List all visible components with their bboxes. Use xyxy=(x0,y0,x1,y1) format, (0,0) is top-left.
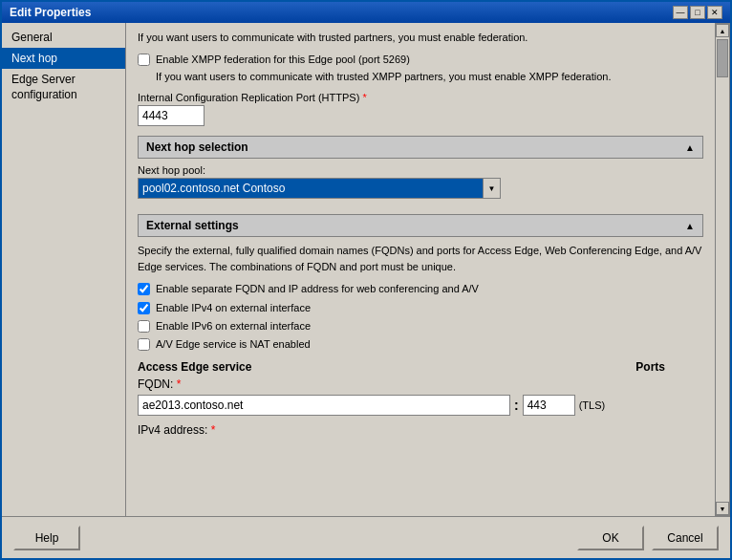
sidebar-item-next-hop[interactable]: Next hop xyxy=(2,48,125,69)
next-hop-pool-select[interactable]: pool02.contoso.net Contoso ▼ xyxy=(138,178,501,199)
ext-checkbox-label-1: Enable IPv4 on external interface xyxy=(156,301,311,315)
next-hop-pool-value: pool02.contoso.net Contoso xyxy=(139,179,483,198)
bottom-bar: Help OK Cancel xyxy=(2,516,730,558)
ipv4-required: * xyxy=(211,423,216,437)
close-button[interactable]: ✕ xyxy=(707,6,722,19)
ext-checkbox-row-1: Enable IPv4 on external interface xyxy=(138,301,703,315)
next-hop-pool-row: Next hop pool: pool02.contoso.net Contos… xyxy=(138,164,703,199)
window-title: Edit Properties xyxy=(10,6,91,19)
help-button[interactable]: Help xyxy=(13,526,80,550)
ext-checkbox-2[interactable] xyxy=(138,320,150,333)
scrollbar-down-button[interactable]: ▼ xyxy=(716,502,729,515)
ports-title: Ports xyxy=(635,360,665,374)
fqdn-label-row: FQDN: * xyxy=(138,377,703,391)
ext-checkbox-label-2: Enable IPv6 on external interface xyxy=(156,319,311,334)
top-note: If you want users to communicate with tr… xyxy=(138,31,703,45)
fqdn-input[interactable] xyxy=(138,395,510,416)
xmpp-checkbox[interactable] xyxy=(138,54,150,66)
next-hop-pool-dropdown-btn[interactable]: ▼ xyxy=(483,179,500,198)
ext-checkbox-label-3: A/V Edge service is NAT enabled xyxy=(156,337,311,352)
access-edge-header: Access Edge service Ports xyxy=(138,360,703,374)
xmpp-note: If you want users to communicate with tr… xyxy=(156,70,612,84)
next-hop-pool-label: Next hop pool: xyxy=(138,164,703,176)
minimize-button[interactable]: — xyxy=(673,6,688,19)
internal-port-label: Internal Configuration Replication Port … xyxy=(138,92,703,103)
ipv4-label-row: IPv4 address: * xyxy=(138,423,703,437)
access-edge-section: Access Edge service Ports FQDN: * : (TLS… xyxy=(138,360,703,416)
ext-checkbox-row-2: Enable IPv6 on external interface xyxy=(138,319,703,334)
external-arrow-icon: ▲ xyxy=(685,221,695,231)
port-input[interactable] xyxy=(523,395,575,416)
external-description: Specify the external, fully qualified do… xyxy=(138,243,703,274)
xmpp-label: Enable XMPP federation for this Edge poo… xyxy=(156,53,612,67)
internal-port-required: * xyxy=(362,92,366,103)
ok-button[interactable]: OK xyxy=(577,526,644,550)
xmpp-checkbox-row: Enable XMPP federation for this Edge poo… xyxy=(138,53,703,84)
fqdn-required: * xyxy=(177,377,182,391)
edit-properties-dialog: Edit Properties — □ ✕ General Next hop E… xyxy=(0,0,732,560)
sidebar: General Next hop Edge Serverconfiguratio… xyxy=(2,23,126,516)
maximize-button[interactable]: □ xyxy=(690,6,705,19)
access-edge-title: Access Edge service xyxy=(138,360,251,374)
colon-separator: : xyxy=(514,398,519,413)
fqdn-row: : (TLS) xyxy=(138,395,703,416)
ext-checkbox-1[interactable] xyxy=(138,302,150,314)
title-bar-buttons: — □ ✕ xyxy=(673,6,722,19)
external-section-title: External settings xyxy=(146,219,239,232)
tls-label: (TLS) xyxy=(579,399,606,411)
ok-cancel-group: OK Cancel xyxy=(577,526,719,550)
next-hop-section-header: Next hop selection ▲ xyxy=(138,136,703,159)
scrollbar[interactable]: ▲ ▼ xyxy=(715,23,730,516)
ext-checkbox-3[interactable] xyxy=(138,338,150,351)
cancel-button[interactable]: Cancel xyxy=(652,526,719,550)
ipv4-label: IPv4 address: xyxy=(138,423,207,437)
ext-checkbox-0[interactable] xyxy=(138,283,150,295)
ext-checkbox-row-3: A/V Edge service is NAT enabled xyxy=(138,337,703,352)
internal-port-input[interactable] xyxy=(138,105,205,126)
scrollbar-thumb[interactable] xyxy=(717,39,728,77)
content-scroll: If you want users to communicate with tr… xyxy=(126,23,715,516)
ext-checkbox-row-0: Enable separate FQDN and IP address for … xyxy=(138,282,703,296)
sidebar-item-general[interactable]: General xyxy=(2,27,125,48)
ext-checkbox-label-0: Enable separate FQDN and IP address for … xyxy=(156,282,479,296)
next-hop-section-title: Next hop selection xyxy=(146,140,248,154)
sidebar-item-edge-server[interactable]: Edge Serverconfiguration xyxy=(2,69,125,106)
fqdn-label: FQDN: xyxy=(138,377,173,391)
next-hop-arrow-icon: ▲ xyxy=(685,142,695,153)
dialog-body: General Next hop Edge Serverconfiguratio… xyxy=(2,23,730,516)
title-bar: Edit Properties — □ ✕ xyxy=(2,2,730,23)
internal-port-group: Internal Configuration Replication Port … xyxy=(138,92,703,126)
content-with-scroll: If you want users to communicate with tr… xyxy=(126,23,730,516)
scrollbar-up-button[interactable]: ▲ xyxy=(716,24,729,37)
external-section-header: External settings ▲ xyxy=(138,214,703,237)
